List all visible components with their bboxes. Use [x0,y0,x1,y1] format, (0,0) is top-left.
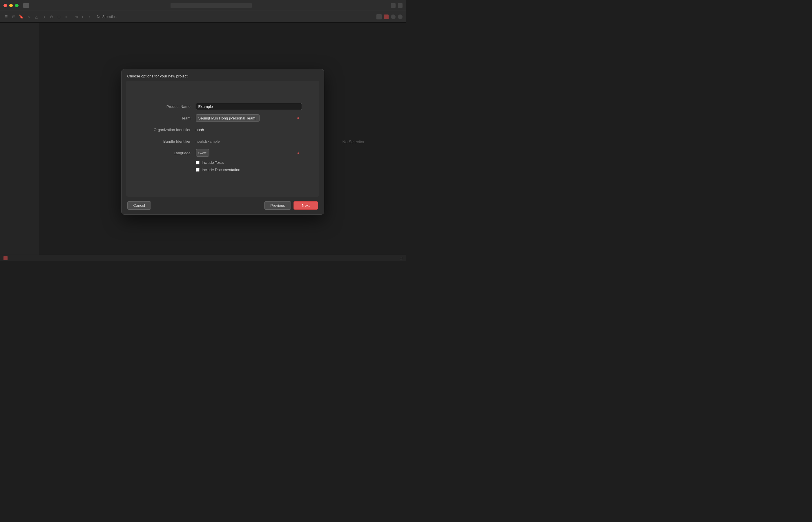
warning-icon[interactable]: △ [34,14,39,19]
include-docs-label: Include Documentation [202,168,240,172]
product-name-label: Product Name: [144,104,196,109]
back-nav-icon[interactable]: ⊲ [75,14,80,19]
include-docs-row: Include Documentation [196,168,302,172]
include-tests-row: Include Tests [196,160,302,165]
previous-button[interactable]: Previous [264,201,291,210]
file-icon[interactable]: ☰ [3,14,9,19]
main-layout: No Selection Choose options for your new… [0,23,406,261]
progress-bar [170,3,252,8]
org-identifier-label: Organization Identifier: [144,127,196,132]
team-select[interactable]: SeungHyun Hong (Personal Team) [196,114,260,122]
bookmark-icon[interactable]: 🔖 [19,14,24,19]
dialog-buttons: Cancel Previous Next [122,197,324,214]
new-project-dialog: Choose options for your new project: Pro… [121,69,324,215]
close-button[interactable] [3,4,7,7]
traffic-lights [3,4,19,7]
product-name-input[interactable] [196,103,302,110]
form-container: Product Name: Team: SeungHyun Hong (Pers… [132,97,313,181]
dialog-content-area: Product Name: Team: SeungHyun Hong (Pers… [126,81,319,197]
include-docs-checkbox[interactable] [196,168,200,172]
include-tests-checkbox[interactable] [196,161,200,164]
add-icon[interactable] [391,3,395,8]
bottom-bar: ⊡ [0,255,406,261]
bundle-identifier-row: Bundle Identifier: noah.Example [144,137,302,145]
layout-icon[interactable] [398,3,403,8]
product-name-row: Product Name: [144,102,302,111]
minimize-button[interactable] [9,4,13,7]
org-identifier-row: Organization Identifier: noah [144,125,302,134]
help-icon[interactable] [398,15,403,19]
dialog-overlay: Choose options for your new project: Pro… [39,23,406,261]
nav-back-icon[interactable]: ‹ [82,14,87,19]
bottom-right-icon[interactable]: ⊡ [400,256,403,260]
titlebar-center [31,3,391,8]
toolbar: ☰ ⊞ 🔖 ⌕ △ ◇ ⊙ ◻ ≡ ⊲ ‹ › No Selection [0,11,406,23]
language-select-wrapper: Swift [196,149,302,157]
bundle-identifier-value: noah.Example [196,139,302,144]
inspector-icon[interactable] [377,14,382,19]
team-row: Team: SeungHyun Hong (Personal Team) [144,114,302,122]
bundle-identifier-label: Bundle Identifier: [144,139,196,144]
org-identifier-value: noah [196,127,302,132]
list-icon[interactable]: ≡ [64,14,69,19]
content-area: No Selection Choose options for your new… [39,23,406,261]
next-button[interactable]: Next [293,201,318,210]
language-label: Language: [144,151,196,155]
no-selection-label: No Selection [96,15,117,19]
share-icon[interactable]: ◻ [56,14,61,19]
clock-icon[interactable] [391,15,395,19]
team-select-wrapper: SeungHyun Hong (Personal Team) [196,114,302,122]
search-icon[interactable]: ⌕ [26,14,31,19]
maximize-button[interactable] [15,4,19,7]
team-label: Team: [144,116,196,120]
titlebar-right [391,3,403,8]
sidebar [0,23,39,261]
cancel-button[interactable]: Cancel [127,201,151,210]
sidebar-toggle-icon[interactable] [23,3,29,8]
folder-icon[interactable]: ⊞ [11,14,16,19]
nav-buttons: Previous Next [264,201,318,210]
dialog-title: Choose options for your new project: [122,69,324,81]
include-tests-label: Include Tests [202,160,224,165]
tag-icon[interactable]: ◇ [41,14,46,19]
language-row: Language: Swift [144,149,302,157]
language-select[interactable]: Swift [196,149,209,157]
bottom-left-icon[interactable] [3,256,7,260]
lock-icon[interactable]: ⊙ [49,14,54,19]
titlebar [0,0,406,11]
nav-forward-icon[interactable]: › [89,14,94,19]
alert-icon[interactable] [384,15,389,19]
